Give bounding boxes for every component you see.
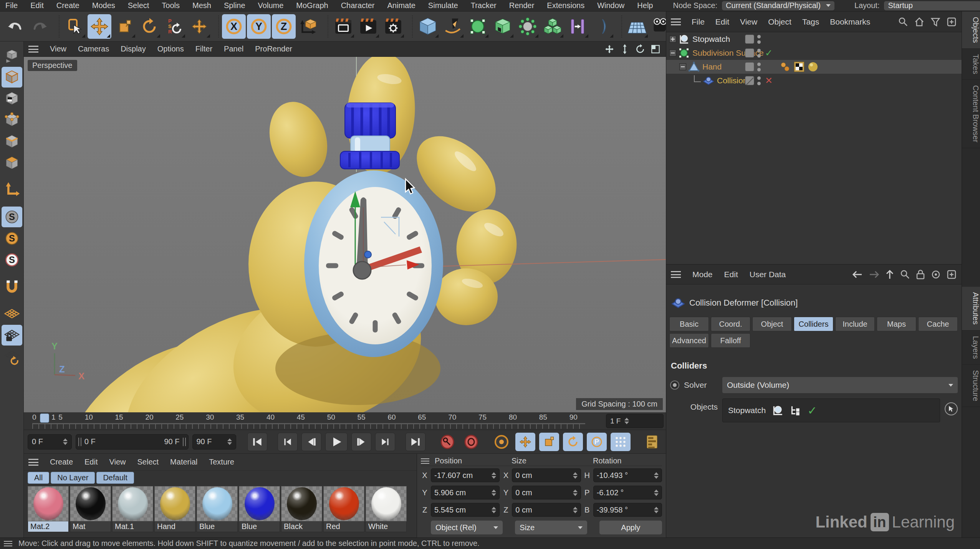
workplane-mode-button[interactable] xyxy=(2,303,22,324)
last-tool-psr[interactable]: PSR xyxy=(162,14,186,39)
mograph-cloner-menu[interactable] xyxy=(516,14,540,39)
live-selection-tool[interactable] xyxy=(63,14,86,39)
goto-end-button[interactable] xyxy=(406,433,425,451)
phong-tag-icon[interactable] xyxy=(780,61,791,73)
menu-create[interactable]: Create xyxy=(56,1,79,10)
mat-menu-texture[interactable]: Texture xyxy=(209,458,234,466)
timeline-ruler[interactable]: 051015202530354045505560657075808590 1 1… xyxy=(24,412,666,430)
volume-menu[interactable] xyxy=(541,14,564,39)
mat-menu-view[interactable]: View xyxy=(109,458,126,466)
material-name[interactable]: Red xyxy=(323,521,364,532)
om-menu-bookmarks[interactable]: Bookmarks xyxy=(830,17,870,26)
rotate-tool[interactable] xyxy=(137,14,161,39)
node-space-select[interactable]: Current (Standard/Physical) xyxy=(722,1,834,10)
vp-menu-display[interactable]: Display xyxy=(121,45,146,53)
spinner[interactable] xyxy=(624,418,629,424)
menu-select[interactable]: Select xyxy=(128,1,149,10)
material-name[interactable]: Black xyxy=(281,521,322,532)
goto-start-button[interactable] xyxy=(247,433,267,451)
redo-button[interactable] xyxy=(28,14,52,39)
object-name[interactable]: Collision xyxy=(717,76,747,85)
range-start-grip[interactable] xyxy=(78,438,81,446)
material-item[interactable]: Red xyxy=(323,486,364,532)
key-scale-toggle[interactable] xyxy=(539,433,559,451)
mat-menu-edit[interactable]: Edit xyxy=(84,458,98,466)
frame-step-field[interactable]: 1 F xyxy=(606,414,664,428)
x-axis-lock-button[interactable]: X xyxy=(222,14,246,39)
next-frame-button[interactable] xyxy=(351,433,371,451)
viewport-solo-hierarchy-button[interactable]: S xyxy=(2,250,22,270)
key-pla-toggle[interactable] xyxy=(611,433,631,451)
tab-objects[interactable]: Objects xyxy=(962,12,980,49)
visibility-dots[interactable] xyxy=(757,49,761,58)
position-z-field[interactable]: 5.545 cm xyxy=(431,503,500,517)
frame-range-slider[interactable]: 0 F 90 F xyxy=(76,434,189,450)
tab-basic[interactable]: Basic xyxy=(669,317,709,331)
material-name[interactable]: Hand xyxy=(154,521,195,532)
menu-mograph[interactable]: MoGraph xyxy=(296,1,328,10)
menu-modes[interactable]: Modes xyxy=(92,1,115,10)
position-x-field[interactable]: -17.607 cm xyxy=(431,468,500,482)
material-item[interactable]: Mat.2 xyxy=(28,486,69,532)
object-row-hand[interactable]: Hand xyxy=(666,60,962,74)
layout-select[interactable]: Startup xyxy=(884,1,980,10)
polygon-mode-button[interactable] xyxy=(2,153,22,174)
snap-toggle-button[interactable] xyxy=(2,276,22,297)
end-frame-field[interactable]: 90 F xyxy=(192,434,237,450)
expand-toggle[interactable] xyxy=(679,63,686,70)
object-manager-empty-area[interactable] xyxy=(666,88,962,264)
play-button[interactable] xyxy=(325,433,348,451)
tab-colliders[interactable]: Colliders xyxy=(794,317,833,331)
material-item[interactable]: Blue xyxy=(197,486,238,532)
axis-mode-button[interactable] xyxy=(2,180,22,200)
undo-button[interactable] xyxy=(3,14,27,39)
tab-include[interactable]: Include xyxy=(835,317,875,331)
tab-coord[interactable]: Coord. xyxy=(711,317,750,331)
position-y-field[interactable]: 5.906 cm xyxy=(431,486,500,499)
material-item[interactable]: White xyxy=(366,486,407,532)
size-x-field[interactable]: 0 cm xyxy=(512,468,581,482)
menu-file[interactable]: File xyxy=(5,1,18,10)
apply-button[interactable]: Apply xyxy=(599,521,662,534)
menu-help[interactable]: Help xyxy=(637,1,653,10)
move-tool[interactable] xyxy=(88,14,111,39)
mat-menu-create[interactable]: Create xyxy=(50,458,73,466)
key-parameter-toggle[interactable]: P xyxy=(587,433,607,451)
solver-select[interactable]: Outside (Volume) xyxy=(722,377,958,393)
attr-menu-mode[interactable]: Mode xyxy=(692,270,713,279)
filter-default-button[interactable]: Default xyxy=(96,472,134,484)
search-icon[interactable] xyxy=(898,17,909,27)
pick-object-button[interactable] xyxy=(945,402,958,415)
material-item[interactable]: Mat.1 xyxy=(112,486,153,532)
object-row-stopwatch[interactable]: Stopwatch xyxy=(666,32,962,46)
previous-frame-button[interactable] xyxy=(301,433,321,451)
render-settings-button[interactable] xyxy=(381,14,405,39)
render-picture-viewer-button[interactable] xyxy=(356,14,380,39)
generator-menu[interactable] xyxy=(491,14,515,39)
add-panel-icon[interactable] xyxy=(946,269,957,280)
menu-edit[interactable]: Edit xyxy=(30,1,43,10)
subdivision-surface-menu[interactable] xyxy=(466,14,490,39)
layer-box[interactable] xyxy=(745,76,754,85)
previous-key-button[interactable] xyxy=(278,433,298,451)
tab-takes[interactable]: Takes xyxy=(962,49,980,80)
material-name[interactable]: White xyxy=(366,521,407,532)
layer-box[interactable] xyxy=(745,48,754,58)
keyframe-selection-button[interactable] xyxy=(492,433,512,451)
layer-box[interactable] xyxy=(745,62,754,71)
expand-toggle[interactable] xyxy=(669,36,676,43)
make-editable-button[interactable] xyxy=(2,45,22,66)
tab-attributes[interactable]: Attributes xyxy=(962,287,980,330)
visibility-dots[interactable] xyxy=(757,76,761,85)
record-keyframe-button[interactable] xyxy=(437,433,457,451)
material-item[interactable]: Black xyxy=(281,486,322,532)
up-arrow-icon[interactable] xyxy=(885,269,895,280)
mat-menu-select[interactable]: Select xyxy=(137,458,159,466)
vp-menu-panel[interactable]: Panel xyxy=(224,45,243,53)
menu-tools[interactable]: Tools xyxy=(162,1,180,10)
vp-menu-options[interactable]: Options xyxy=(157,45,184,53)
attr-menu-userdata[interactable]: User Data xyxy=(750,270,786,279)
size-mode-select[interactable]: Size xyxy=(515,521,587,534)
planar-workplane-button[interactable] xyxy=(2,346,22,367)
material-item[interactable]: Hand xyxy=(154,486,195,532)
